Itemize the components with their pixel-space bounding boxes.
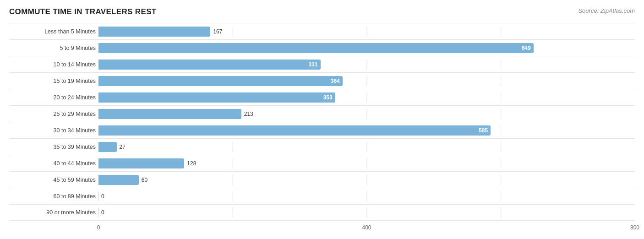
- bar-value: 0: [101, 209, 104, 216]
- bar-row: 90 or more Minutes0: [9, 204, 635, 221]
- bar-track: 0: [98, 207, 635, 217]
- bar-label: 60 to 89 Minutes: [9, 193, 98, 200]
- bar-fill: [98, 158, 184, 168]
- chart-title: COMMUTE TIME IN TRAVELERS REST: [9, 7, 157, 16]
- bar-row: 35 to 39 Minutes27: [9, 138, 635, 155]
- bar-label: 20 to 24 Minutes: [9, 94, 98, 101]
- bar-fill: [98, 142, 117, 152]
- bar-row: 60 to 89 Minutes0: [9, 188, 635, 204]
- bar-label: 5 to 9 Minutes: [9, 45, 98, 51]
- bar-track: 213: [98, 109, 635, 119]
- chart-container: COMMUTE TIME IN TRAVELERS REST Source: Z…: [9, 7, 635, 234]
- bar-fill: [98, 27, 210, 37]
- bar-fill: [98, 175, 139, 185]
- bar-track: 364: [98, 76, 635, 86]
- bar-value: 353: [323, 94, 333, 101]
- bar-value: 585: [479, 127, 488, 134]
- bar-row: 15 to 19 Minutes364: [9, 72, 635, 89]
- bar-label: 30 to 34 Minutes: [9, 127, 98, 134]
- bar-track: 649: [98, 43, 635, 53]
- chart-source: Source: ZipAtlas.com: [578, 7, 635, 14]
- x-axis-labels: 0400800: [98, 223, 635, 234]
- x-tick-label: 0: [97, 224, 100, 231]
- bar-row: 25 to 29 Minutes213: [9, 105, 635, 122]
- bar-fill: 331: [98, 60, 321, 70]
- bar-fill: [98, 109, 241, 119]
- chart-header: COMMUTE TIME IN TRAVELERS REST Source: Z…: [9, 7, 635, 16]
- bar-value: 364: [331, 78, 340, 84]
- bar-track: 60: [98, 175, 635, 185]
- bar-row: 20 to 24 Minutes353: [9, 89, 635, 105]
- bar-label: 15 to 19 Minutes: [9, 78, 98, 84]
- chart-area: Less than 5 Minutes1675 to 9 Minutes6491…: [9, 23, 635, 221]
- bar-track: 331: [98, 60, 635, 70]
- bar-fill: 585: [98, 125, 491, 136]
- bar-value: 60: [142, 177, 147, 183]
- bar-track: 128: [98, 158, 635, 168]
- bar-label: Less than 5 Minutes: [9, 28, 98, 35]
- bar-value: 128: [187, 160, 196, 167]
- bar-label: 45 to 59 Minutes: [9, 177, 98, 183]
- bar-label: 35 to 39 Minutes: [9, 144, 98, 150]
- bar-value: 27: [120, 144, 126, 150]
- bar-track: 27: [98, 142, 635, 152]
- bar-value: 649: [522, 45, 531, 51]
- bar-row: 45 to 59 Minutes60: [9, 171, 635, 188]
- x-axis: 0400800: [9, 223, 635, 234]
- bar-row: Less than 5 Minutes167: [9, 23, 635, 39]
- bar-row: 10 to 14 Minutes331: [9, 56, 635, 72]
- bar-track: 0: [98, 191, 635, 201]
- bar-row: 40 to 44 Minutes128: [9, 155, 635, 171]
- bar-label: 10 to 14 Minutes: [9, 61, 98, 68]
- bar-fill: 649: [98, 43, 534, 53]
- bar-value: 331: [308, 61, 317, 68]
- bar-label: 90 or more Minutes: [9, 209, 98, 216]
- x-tick-label: 400: [362, 224, 371, 231]
- bar-value: 0: [101, 193, 104, 200]
- x-tick-label: 800: [630, 224, 639, 231]
- bar-track: 167: [98, 27, 635, 37]
- bar-fill: 353: [98, 92, 335, 103]
- bar-value: 213: [244, 111, 253, 117]
- bar-label: 40 to 44 Minutes: [9, 160, 98, 167]
- bar-label: 25 to 29 Minutes: [9, 111, 98, 117]
- bar-row: 5 to 9 Minutes649: [9, 39, 635, 56]
- bar-track: 353: [98, 92, 635, 103]
- bar-value: 167: [213, 28, 222, 35]
- bar-track: 585: [98, 125, 635, 136]
- bar-row: 30 to 34 Minutes585: [9, 122, 635, 138]
- bar-fill: 364: [98, 76, 343, 86]
